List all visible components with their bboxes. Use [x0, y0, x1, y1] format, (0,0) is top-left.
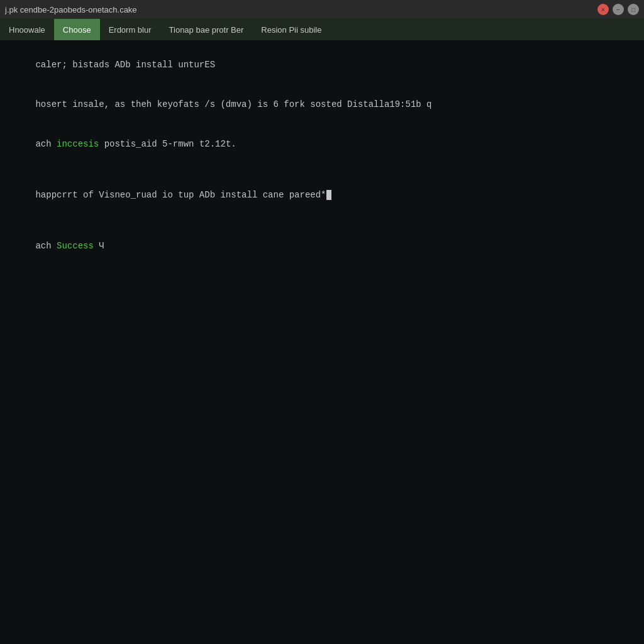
menu-item-tionap[interactable]: Tionap bae protr Ber [160, 19, 253, 40]
line3-prefix: ach [35, 139, 57, 149]
spacer-2 [4, 215, 640, 226]
spacer-1 [4, 164, 640, 175]
terminal-line-5: happcrrt of Visneo_ruad io tup ADb insta… [4, 175, 640, 215]
minimize-button[interactable]: − [613, 4, 624, 15]
line7-green: Success [57, 241, 94, 251]
terminal-line-3: ach inccesis postis_aid 5-rmwn t2.12t. [4, 125, 640, 164]
terminal-window: j.pk cendbe-2paobeds-onetach.cake × − □ … [0, 0, 644, 644]
window-title: j.pk cendbe-2paobeds-onetach.cake [5, 5, 597, 14]
window-controls: × − □ [597, 4, 639, 15]
line7-suffix: Ч [94, 241, 104, 251]
line3-suffix: postis_aid 5-rmwn t2.12t. [99, 139, 236, 149]
terminal-line-2: hosert insale, as theh keyofats /s (dmva… [4, 85, 640, 125]
menu-item-choose[interactable]: Choose [54, 19, 100, 40]
title-bar: j.pk cendbe-2paobeds-onetach.cake × − □ [0, 0, 644, 19]
close-button[interactable]: × [597, 4, 609, 15]
terminal-line-1: caler; bistads ADb install unturES [4, 45, 640, 85]
line5-text: happcrrt of Visneo_ruad io tup ADb insta… [35, 190, 326, 200]
menu-item-hnoowale[interactable]: Hnoowale [0, 19, 54, 40]
menu-item-erdorm[interactable]: Erdorm blur [100, 19, 160, 40]
line1-text: caler; bistads ADb install unturES [35, 60, 215, 70]
line7-prefix: ach [35, 241, 57, 251]
maximize-button[interactable]: □ [628, 4, 639, 15]
line3-green: inccesis [57, 139, 99, 149]
menu-bar: Hnoowale Choose Erdorm blur Tionap bae p… [0, 19, 644, 40]
line2-text: hosert insale, as theh keyofats /s (dmva… [35, 99, 431, 109]
cursor [326, 190, 331, 200]
menu-item-resion[interactable]: Resion Pii subile [252, 19, 330, 40]
terminal-body[interactable]: caler; bistads ADb install unturES hoser… [0, 40, 644, 644]
terminal-line-7: ach Success Ч [4, 226, 640, 266]
